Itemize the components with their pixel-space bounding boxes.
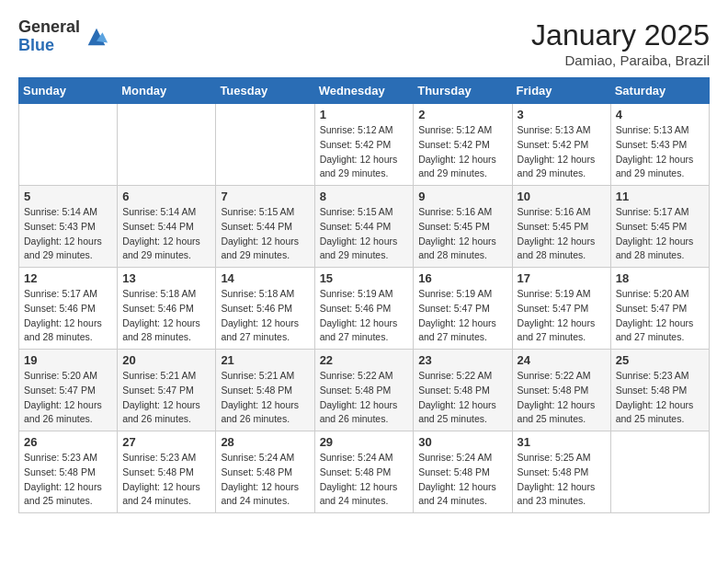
day-number: 10 — [518, 190, 606, 203]
day-number: 9 — [418, 190, 506, 203]
day-info: Sunrise: 5:16 AM Sunset: 5:45 PM Dayligh… — [418, 205, 506, 263]
day-info: Sunrise: 5:24 AM Sunset: 5:48 PM Dayligh… — [418, 451, 506, 509]
day-number: 26 — [24, 435, 112, 449]
day-info: Sunrise: 5:12 AM Sunset: 5:42 PM Dayligh… — [320, 123, 409, 181]
day-number: 22 — [320, 353, 409, 367]
day-info: Sunrise: 5:23 AM Sunset: 5:48 PM Dayligh… — [24, 451, 112, 509]
day-number: 21 — [221, 353, 309, 367]
calendar-cell — [216, 104, 314, 186]
day-info: Sunrise: 5:15 AM Sunset: 5:44 PM Dayligh… — [320, 205, 409, 263]
weekday-header-row: SundayMondayTuesdayWednesdayThursdayFrid… — [19, 78, 710, 104]
calendar-cell: 4Sunrise: 5:13 AM Sunset: 5:43 PM Daylig… — [610, 104, 709, 186]
day-info: Sunrise: 5:21 AM Sunset: 5:47 PM Dayligh… — [122, 369, 210, 427]
day-number: 4 — [616, 108, 704, 121]
calendar-cell: 29Sunrise: 5:24 AM Sunset: 5:48 PM Dayli… — [314, 431, 414, 513]
title-block: January 2025 Damiao, Paraiba, Brazil — [531, 18, 710, 68]
calendar-cell: 11Sunrise: 5:17 AM Sunset: 5:45 PM Dayli… — [610, 186, 709, 268]
day-info: Sunrise: 5:18 AM Sunset: 5:46 PM Dayligh… — [221, 287, 309, 345]
day-info: Sunrise: 5:24 AM Sunset: 5:48 PM Dayligh… — [320, 451, 409, 509]
day-number: 18 — [616, 271, 704, 285]
calendar-table: SundayMondayTuesdayWednesdayThursdayFrid… — [18, 77, 710, 513]
calendar-cell: 24Sunrise: 5:22 AM Sunset: 5:48 PM Dayli… — [512, 350, 610, 431]
weekday-header-friday: Friday — [512, 78, 610, 104]
calendar-week-row: 19Sunrise: 5:20 AM Sunset: 5:47 PM Dayli… — [19, 350, 710, 431]
calendar-cell: 7Sunrise: 5:15 AM Sunset: 5:44 PM Daylig… — [216, 186, 314, 268]
weekday-header-wednesday: Wednesday — [314, 78, 414, 104]
day-number: 7 — [221, 190, 309, 203]
calendar-cell: 13Sunrise: 5:18 AM Sunset: 5:46 PM Dayli… — [118, 268, 216, 350]
calendar-cell — [610, 431, 709, 513]
weekday-header-monday: Monday — [118, 78, 216, 104]
day-info: Sunrise: 5:19 AM Sunset: 5:47 PM Dayligh… — [418, 287, 506, 345]
calendar-cell: 19Sunrise: 5:20 AM Sunset: 5:47 PM Dayli… — [19, 350, 118, 431]
calendar-cell: 22Sunrise: 5:22 AM Sunset: 5:48 PM Dayli… — [314, 350, 414, 431]
calendar-cell: 8Sunrise: 5:15 AM Sunset: 5:44 PM Daylig… — [314, 186, 414, 268]
calendar-cell: 16Sunrise: 5:19 AM Sunset: 5:47 PM Dayli… — [414, 268, 512, 350]
calendar-cell: 10Sunrise: 5:16 AM Sunset: 5:45 PM Dayli… — [512, 186, 610, 268]
day-number: 11 — [616, 190, 704, 203]
day-info: Sunrise: 5:20 AM Sunset: 5:47 PM Dayligh… — [616, 287, 704, 345]
day-number: 24 — [518, 353, 606, 367]
calendar-cell: 1Sunrise: 5:12 AM Sunset: 5:42 PM Daylig… — [314, 104, 414, 186]
calendar-week-row: 26Sunrise: 5:23 AM Sunset: 5:48 PM Dayli… — [19, 431, 710, 513]
calendar-cell: 21Sunrise: 5:21 AM Sunset: 5:48 PM Dayli… — [216, 350, 314, 431]
calendar-week-row: 1Sunrise: 5:12 AM Sunset: 5:42 PM Daylig… — [19, 104, 710, 186]
day-info: Sunrise: 5:12 AM Sunset: 5:42 PM Dayligh… — [418, 123, 506, 181]
day-info: Sunrise: 5:19 AM Sunset: 5:46 PM Dayligh… — [320, 287, 409, 345]
day-info: Sunrise: 5:22 AM Sunset: 5:48 PM Dayligh… — [320, 369, 409, 427]
day-number: 20 — [122, 353, 210, 367]
calendar-cell — [19, 104, 118, 186]
calendar-cell: 30Sunrise: 5:24 AM Sunset: 5:48 PM Dayli… — [414, 431, 512, 513]
location: Damiao, Paraiba, Brazil — [531, 52, 710, 68]
day-number: 8 — [320, 190, 409, 203]
calendar-cell: 28Sunrise: 5:24 AM Sunset: 5:48 PM Dayli… — [216, 431, 314, 513]
day-info: Sunrise: 5:17 AM Sunset: 5:45 PM Dayligh… — [616, 205, 704, 263]
day-info: Sunrise: 5:22 AM Sunset: 5:48 PM Dayligh… — [418, 369, 506, 427]
day-number: 14 — [221, 271, 309, 285]
day-number: 12 — [24, 271, 112, 285]
day-info: Sunrise: 5:15 AM Sunset: 5:44 PM Dayligh… — [221, 205, 309, 263]
day-info: Sunrise: 5:23 AM Sunset: 5:48 PM Dayligh… — [122, 451, 210, 509]
day-info: Sunrise: 5:24 AM Sunset: 5:48 PM Dayligh… — [221, 451, 309, 509]
weekday-header-saturday: Saturday — [610, 78, 709, 104]
calendar-cell: 14Sunrise: 5:18 AM Sunset: 5:46 PM Dayli… — [216, 268, 314, 350]
day-number: 25 — [616, 353, 704, 367]
month-title: January 2025 — [531, 18, 710, 52]
day-info: Sunrise: 5:13 AM Sunset: 5:42 PM Dayligh… — [518, 123, 606, 181]
calendar-cell: 15Sunrise: 5:19 AM Sunset: 5:46 PM Dayli… — [314, 268, 414, 350]
day-number: 2 — [418, 108, 506, 121]
calendar-week-row: 12Sunrise: 5:17 AM Sunset: 5:46 PM Dayli… — [19, 268, 710, 350]
calendar-cell: 3Sunrise: 5:13 AM Sunset: 5:42 PM Daylig… — [512, 104, 610, 186]
logo: General Blue — [18, 18, 109, 55]
day-number: 23 — [418, 353, 506, 367]
calendar-cell: 18Sunrise: 5:20 AM Sunset: 5:47 PM Dayli… — [610, 268, 709, 350]
day-info: Sunrise: 5:14 AM Sunset: 5:44 PM Dayligh… — [122, 205, 210, 263]
day-info: Sunrise: 5:16 AM Sunset: 5:45 PM Dayligh… — [518, 205, 606, 263]
calendar-cell: 12Sunrise: 5:17 AM Sunset: 5:46 PM Dayli… — [19, 268, 118, 350]
day-info: Sunrise: 5:18 AM Sunset: 5:46 PM Dayligh… — [122, 287, 210, 345]
calendar-cell: 6Sunrise: 5:14 AM Sunset: 5:44 PM Daylig… — [118, 186, 216, 268]
day-number: 15 — [320, 271, 409, 285]
day-info: Sunrise: 5:21 AM Sunset: 5:48 PM Dayligh… — [221, 369, 309, 427]
day-info: Sunrise: 5:13 AM Sunset: 5:43 PM Dayligh… — [616, 123, 704, 181]
calendar-cell: 2Sunrise: 5:12 AM Sunset: 5:42 PM Daylig… — [414, 104, 512, 186]
day-info: Sunrise: 5:22 AM Sunset: 5:48 PM Dayligh… — [518, 369, 606, 427]
day-info: Sunrise: 5:20 AM Sunset: 5:47 PM Dayligh… — [24, 369, 112, 427]
day-info: Sunrise: 5:19 AM Sunset: 5:47 PM Dayligh… — [518, 287, 606, 345]
calendar-cell: 23Sunrise: 5:22 AM Sunset: 5:48 PM Dayli… — [414, 350, 512, 431]
day-number: 30 — [418, 435, 506, 449]
weekday-header-tuesday: Tuesday — [216, 78, 314, 104]
calendar-cell: 31Sunrise: 5:25 AM Sunset: 5:48 PM Dayli… — [512, 431, 610, 513]
day-info: Sunrise: 5:23 AM Sunset: 5:48 PM Dayligh… — [616, 369, 704, 427]
day-number: 27 — [122, 435, 210, 449]
logo-general-text: General — [18, 18, 80, 37]
calendar-cell: 27Sunrise: 5:23 AM Sunset: 5:48 PM Dayli… — [118, 431, 216, 513]
calendar-cell: 20Sunrise: 5:21 AM Sunset: 5:47 PM Dayli… — [118, 350, 216, 431]
calendar-cell: 5Sunrise: 5:14 AM Sunset: 5:43 PM Daylig… — [19, 186, 118, 268]
logo-icon — [84, 24, 109, 50]
weekday-header-sunday: Sunday — [19, 78, 118, 104]
day-number: 31 — [518, 435, 606, 449]
page-header: General Blue January 2025 Damiao, Paraib… — [18, 18, 710, 68]
calendar-cell: 25Sunrise: 5:23 AM Sunset: 5:48 PM Dayli… — [610, 350, 709, 431]
day-number: 28 — [221, 435, 309, 449]
